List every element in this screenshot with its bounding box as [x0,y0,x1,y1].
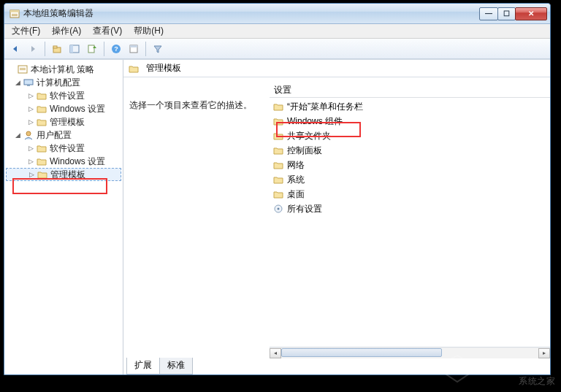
svg-rect-3 [12,15,18,16]
tree-label: 管理模板 [50,116,85,128]
scroll-thumb[interactable] [281,348,442,357]
forward-button[interactable] [25,41,41,57]
tree-user-config[interactable]: ◢ 用户配置 [6,128,121,142]
expand-icon[interactable]: ▷ [26,118,35,126]
toolbar: ? [4,39,550,59]
description-text: 选择一个项目来查看它的描述。 [129,99,270,112]
content-title: 管理模板 [146,62,181,74]
tree-root[interactable]: 本地计算机 策略 [6,63,121,76]
folder-icon [36,104,47,114]
watermark-icon [441,353,473,385]
list-item[interactable]: 桌面 [270,187,550,201]
svg-rect-1 [10,10,19,12]
policy-icon [17,64,28,74]
scroll-right-button[interactable]: ▸ [538,348,550,358]
tree-item-admin-selected[interactable]: ▷ 管理模板 [6,168,121,181]
folder-icon [36,156,47,166]
collapse-icon[interactable]: ◢ [13,131,22,139]
svg-rect-2 [12,14,18,15]
toolbar-separator [45,42,45,56]
list-pane: 设置 “开始”菜单和任务栏 Windows 组件 共享文件夹 控制面板 网络 系… [270,83,550,358]
menu-action[interactable]: 操作(A) [46,23,87,39]
menu-bar: 文件(F) 操作(A) 查看(V) 帮助(H) [4,24,550,39]
filter-button[interactable] [150,41,166,57]
tree-item-windows[interactable]: ▷ Windows 设置 [6,102,121,115]
tree-computer-config[interactable]: ◢ 计算机配置 [6,76,121,89]
list-item[interactable]: 共享文件夹 [270,128,550,143]
show-hide-tree-button[interactable] [66,41,83,57]
folder-icon [37,169,48,180]
expand-icon[interactable]: ▷ [26,145,35,152]
folder-icon [36,143,47,153]
tree-item-software[interactable]: ▷ 软件设置 [6,142,121,155]
window-title: 本地组策略编辑器 [23,7,479,20]
item-label: 共享文件夹 [287,130,331,142]
tree-item-admin[interactable]: ▷ 管理模板 [6,115,121,128]
column-setting[interactable]: 设置 [270,84,291,96]
minimize-button[interactable]: — [479,7,498,20]
scroll-track[interactable] [281,348,538,358]
tree-label: 软件设置 [50,90,85,102]
close-button[interactable]: ✕ [515,7,547,20]
list-item[interactable]: 网络 [270,158,550,172]
expand-icon[interactable]: ▷ [26,92,35,99]
list-item[interactable]: Windows 组件 [270,114,550,128]
back-button[interactable] [7,41,23,57]
toolbar-separator [145,42,146,56]
app-window: 本地组策略编辑器 — ☐ ✕ 文件(F) 操作(A) 查看(V) 帮助(H) ?… [4,3,551,375]
item-label: 系统 [287,174,305,186]
tree-label: 用户配置 [37,129,72,142]
export-list-button[interactable] [84,41,100,57]
properties-button[interactable] [126,41,142,57]
svg-rect-5 [53,46,57,48]
tree-item-windows[interactable]: ▷ Windows 设置 [6,155,121,168]
collapse-icon[interactable]: ◢ [13,79,22,86]
items-list[interactable]: “开始”菜单和任务栏 Windows 组件 共享文件夹 控制面板 网络 系统 桌… [270,98,550,347]
maximize-button[interactable]: ☐ [497,7,516,20]
item-label: 网络 [287,159,305,172]
svg-rect-16 [24,80,33,85]
tree-label: Windows 设置 [50,155,105,168]
menu-file[interactable]: 文件(F) [6,23,46,39]
svg-rect-14 [20,68,26,69]
list-item[interactable]: 系统 [270,172,550,187]
tree-label: 本地计算机 策略 [31,64,94,76]
folder-icon [128,64,140,74]
user-icon [23,130,34,140]
folder-icon [272,174,284,185]
list-item[interactable]: 所有设置 [270,201,550,216]
menu-help[interactable]: 帮助(H) [128,23,169,39]
watermark-text: 系统之家 [519,375,555,388]
tree-item-software[interactable]: ▷ 软件设置 [6,89,121,102]
up-button[interactable] [49,41,65,57]
folder-icon [272,145,284,155]
help-button[interactable]: ? [108,41,124,57]
list-item[interactable]: “开始”菜单和任务栏 [270,99,550,114]
folder-icon [272,131,284,141]
computer-icon [23,77,34,88]
expand-icon[interactable]: ▷ [26,105,35,112]
settings-icon [272,204,284,214]
tab-standard[interactable]: 标准 [159,358,193,374]
scroll-left-button[interactable]: ◂ [270,348,281,358]
content-header: 管理模板 [123,60,550,77]
toolbar-separator [104,42,104,56]
expand-icon[interactable]: ▷ [27,171,36,178]
item-label: Windows 组件 [287,115,343,128]
window-buttons: — ☐ ✕ [479,7,547,20]
app-icon [9,8,20,20]
content-body-inner: 选择一个项目来查看它的描述。 设置 “开始”菜单和任务栏 Windows 组件 … [123,77,550,358]
tab-extended[interactable]: 扩展 [126,358,159,374]
item-label: 控制面板 [287,145,322,157]
tree-panel[interactable]: 本地计算机 策略 ◢ 计算机配置 ▷ 软件设置 ▷ Windows 设置 ▷ 管… [4,60,123,374]
svg-point-18 [26,131,31,136]
expand-icon[interactable]: ▷ [26,158,35,165]
menu-view[interactable]: 查看(V) [87,23,128,39]
list-item[interactable]: 控制面板 [270,143,550,158]
item-label: “开始”菜单和任务栏 [287,101,363,113]
svg-point-20 [278,208,280,210]
column-header-row[interactable]: 设置 [270,83,550,98]
horizontal-scrollbar[interactable]: ◂ ▸ [270,347,550,358]
title-bar[interactable]: 本地组策略编辑器 — ☐ ✕ [4,4,550,24]
tree-label: Windows 设置 [50,103,105,115]
